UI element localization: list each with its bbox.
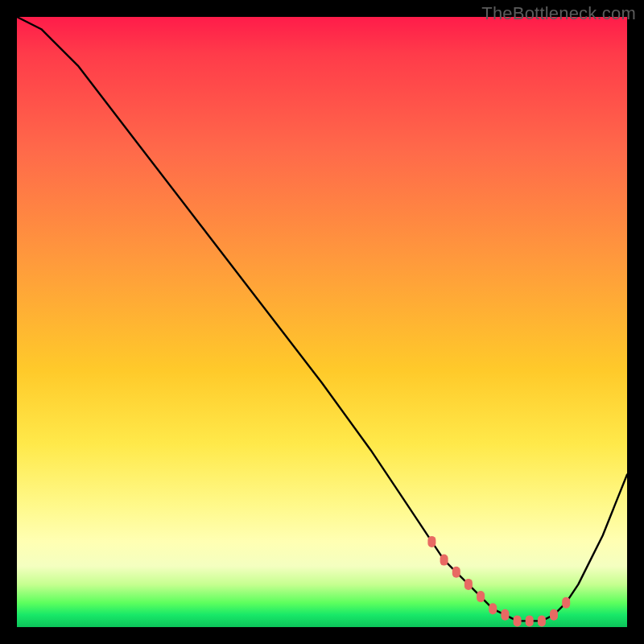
optimal-range-markers — [427, 536, 570, 627]
chart-stage: TheBottleneck.com — [0, 0, 644, 644]
optimal-marker — [550, 609, 558, 621]
optimal-marker — [452, 567, 460, 578]
optimal-marker — [477, 591, 485, 602]
optimal-marker — [562, 597, 570, 609]
optimal-marker — [514, 615, 522, 626]
optimal-marker — [464, 579, 473, 590]
chart-svg — [17, 17, 627, 627]
optimal-marker — [538, 615, 546, 626]
bottleneck-curve — [17, 17, 627, 621]
watermark-label: TheBottleneck.com — [481, 3, 636, 24]
optimal-marker — [489, 603, 497, 614]
optimal-marker — [440, 555, 448, 566]
optimal-marker — [526, 615, 534, 626]
optimal-marker — [427, 536, 436, 547]
optimal-marker — [501, 609, 509, 621]
